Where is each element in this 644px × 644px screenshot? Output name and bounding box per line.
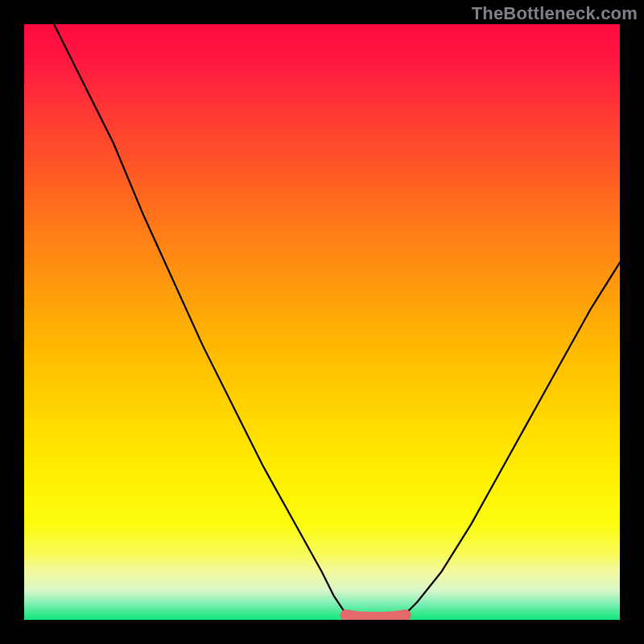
series-right-curve xyxy=(406,262,620,614)
watermark-text: TheBottleneck.com xyxy=(472,3,638,24)
curves-svg xyxy=(24,24,620,620)
series-bottom-marker xyxy=(346,615,406,617)
series-left-curve xyxy=(54,24,346,614)
chart-frame: TheBottleneck.com xyxy=(0,0,644,644)
plot-area xyxy=(24,24,620,620)
